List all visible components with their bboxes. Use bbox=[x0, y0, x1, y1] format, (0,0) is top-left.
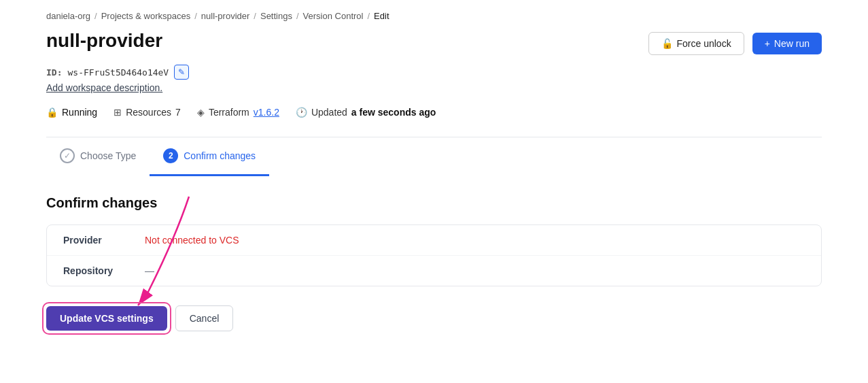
lock-status-icon: 🔒 bbox=[46, 107, 58, 118]
status-terraform: ◈ Terraform v1.6.2 bbox=[197, 107, 279, 118]
repository-label: Repository bbox=[63, 265, 145, 276]
breadcrumb-sep5: / bbox=[367, 11, 370, 21]
breadcrumb-current: Edit bbox=[374, 11, 389, 21]
force-unlock-button[interactable]: 🔓 Force unlock bbox=[648, 32, 744, 55]
info-box: Provider Not connected to VCS Repository… bbox=[46, 224, 822, 286]
force-unlock-label: Force unlock bbox=[677, 38, 731, 49]
edit-icon: ✎ bbox=[178, 67, 185, 77]
breadcrumb-sep4: / bbox=[296, 11, 299, 21]
breadcrumb-settings[interactable]: Settings bbox=[260, 11, 292, 21]
update-button-wrapper: Update VCS settings bbox=[46, 306, 167, 331]
breadcrumb-sep3: / bbox=[254, 11, 256, 21]
provider-row: Provider Not connected to VCS bbox=[47, 225, 821, 256]
tab1-label: Choose Type bbox=[80, 150, 136, 161]
updated-label: Updated bbox=[311, 107, 347, 118]
header-left: null-provider bbox=[46, 29, 162, 52]
section-title: Confirm changes bbox=[46, 195, 822, 211]
updated-time: a few seconds ago bbox=[351, 107, 436, 118]
resources-count: 7 bbox=[175, 107, 181, 118]
breadcrumb-version-control[interactable]: Version Control bbox=[303, 11, 364, 21]
plus-icon: + bbox=[765, 38, 770, 49]
breadcrumb-sep1: / bbox=[94, 11, 97, 21]
tab2-label: Confirm changes bbox=[184, 150, 256, 161]
breadcrumb-workspace[interactable]: null-provider bbox=[201, 11, 250, 21]
repository-row: Repository — bbox=[47, 256, 821, 286]
breadcrumb-sep2: / bbox=[194, 11, 197, 21]
terraform-icon: ◈ bbox=[197, 107, 205, 118]
provider-value: Not connected to VCS bbox=[145, 235, 239, 246]
terraform-label: Terraform bbox=[209, 107, 249, 118]
breadcrumb: daniela-org / Projects & workspaces / nu… bbox=[0, 0, 868, 29]
header-right: 🔓 Force unlock + New run bbox=[648, 29, 822, 55]
running-label: Running bbox=[62, 107, 97, 118]
breadcrumb-projects[interactable]: Projects & workspaces bbox=[101, 11, 191, 21]
status-bar: 🔒 Running ⊞ Resources 7 ◈ Terraform v1.6… bbox=[0, 101, 868, 123]
terraform-version-link[interactable]: v1.6.2 bbox=[254, 107, 279, 118]
page-title: null-provider bbox=[46, 29, 162, 52]
id-label: ID: bbox=[46, 67, 62, 78]
cancel-button[interactable]: Cancel bbox=[175, 305, 234, 331]
tab-choose-type[interactable]: ✓ Choose Type bbox=[46, 137, 150, 176]
status-resources: ⊞ Resources 7 bbox=[114, 107, 181, 118]
repository-value: — bbox=[145, 265, 154, 276]
update-vcs-settings-button[interactable]: Update VCS settings bbox=[46, 306, 167, 331]
tabs: ✓ Choose Type 2 Confirm changes bbox=[0, 137, 868, 176]
status-updated: 🕐 Updated a few seconds ago bbox=[296, 107, 436, 118]
tab1-check-icon: ✓ bbox=[60, 148, 75, 163]
main-content: Confirm changes Provider Not connected t… bbox=[0, 176, 868, 350]
lock-icon: 🔓 bbox=[661, 38, 673, 49]
new-run-button[interactable]: + New run bbox=[752, 33, 822, 54]
tab2-number: 2 bbox=[163, 148, 178, 163]
id-row: ID: ws-FFruSt5D464o14eV ✎ bbox=[0, 61, 868, 81]
new-run-label: New run bbox=[774, 38, 810, 49]
edit-id-button[interactable]: ✎ bbox=[174, 65, 189, 80]
add-description-link[interactable]: Add workspace description. bbox=[0, 81, 868, 101]
resources-label: Resources bbox=[126, 107, 171, 118]
resources-icon: ⊞ bbox=[114, 107, 122, 118]
clock-icon: 🕐 bbox=[296, 107, 307, 118]
id-value: ws-FFruSt5D464o14eV bbox=[67, 67, 169, 78]
tab-confirm-changes[interactable]: 2 Confirm changes bbox=[150, 137, 269, 176]
breadcrumb-org[interactable]: daniela-org bbox=[46, 11, 90, 21]
status-running: 🔒 Running bbox=[46, 107, 97, 118]
page-header: null-provider 🔓 Force unlock + New run bbox=[0, 29, 868, 55]
action-buttons: Update VCS settings Cancel bbox=[46, 305, 822, 331]
provider-label: Provider bbox=[63, 235, 145, 246]
